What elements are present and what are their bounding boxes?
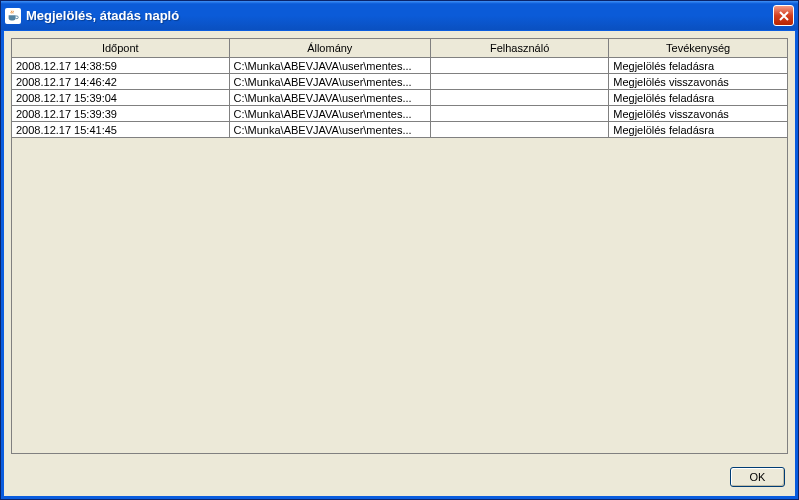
cell-activity: Megjelölés feladásra — [609, 58, 787, 74]
client-area: Időpont Állomány Felhasználó Tevékenység… — [4, 31, 795, 496]
cell-file: C:\Munka\ABEVJAVA\user\mentes... — [229, 122, 431, 138]
table-header-row: Időpont Állomány Felhasználó Tevékenység — [12, 39, 787, 58]
cell-timestamp: 2008.12.17 15:39:39 — [12, 106, 229, 122]
table-row[interactable]: 2008.12.17 14:38:59 C:\Munka\ABEVJAVA\us… — [12, 58, 787, 74]
cell-timestamp: 2008.12.17 14:46:42 — [12, 74, 229, 90]
cell-file: C:\Munka\ABEVJAVA\user\mentes... — [229, 90, 431, 106]
log-table: Időpont Állomány Felhasználó Tevékenység… — [12, 39, 787, 138]
cell-user — [431, 74, 609, 90]
dialog-window: Megjelölés, átadás napló Időpont Állomán… — [0, 0, 799, 500]
table-row[interactable]: 2008.12.17 15:39:39 C:\Munka\ABEVJAVA\us… — [12, 106, 787, 122]
cell-timestamp: 2008.12.17 15:39:04 — [12, 90, 229, 106]
button-row: OK — [4, 461, 795, 496]
cell-user — [431, 90, 609, 106]
cell-activity: Megjelölés visszavonás — [609, 106, 787, 122]
cell-file: C:\Munka\ABEVJAVA\user\mentes... — [229, 74, 431, 90]
cell-activity: Megjelölés feladásra — [609, 90, 787, 106]
cell-file: C:\Munka\ABEVJAVA\user\mentes... — [229, 106, 431, 122]
col-header-user[interactable]: Felhasználó — [431, 39, 609, 58]
table-row[interactable]: 2008.12.17 15:41:45 C:\Munka\ABEVJAVA\us… — [12, 122, 787, 138]
cell-user — [431, 58, 609, 74]
table-row[interactable]: 2008.12.17 15:39:04 C:\Munka\ABEVJAVA\us… — [12, 90, 787, 106]
col-header-activity[interactable]: Tevékenység — [609, 39, 787, 58]
cell-timestamp: 2008.12.17 15:41:45 — [12, 122, 229, 138]
close-button[interactable] — [773, 5, 794, 26]
cell-activity: Megjelölés feladásra — [609, 122, 787, 138]
cell-user — [431, 122, 609, 138]
java-cup-icon — [5, 8, 21, 24]
cell-timestamp: 2008.12.17 14:38:59 — [12, 58, 229, 74]
col-header-timestamp[interactable]: Időpont — [12, 39, 229, 58]
titlebar[interactable]: Megjelölés, átadás napló — [1, 1, 798, 30]
cell-user — [431, 106, 609, 122]
cell-file: C:\Munka\ABEVJAVA\user\mentes... — [229, 58, 431, 74]
log-table-container: Időpont Állomány Felhasználó Tevékenység… — [11, 38, 788, 454]
ok-button[interactable]: OK — [730, 467, 785, 487]
col-header-file[interactable]: Állomány — [229, 39, 431, 58]
cell-activity: Megjelölés visszavonás — [609, 74, 787, 90]
table-row[interactable]: 2008.12.17 14:46:42 C:\Munka\ABEVJAVA\us… — [12, 74, 787, 90]
window-title: Megjelölés, átadás napló — [26, 8, 773, 23]
